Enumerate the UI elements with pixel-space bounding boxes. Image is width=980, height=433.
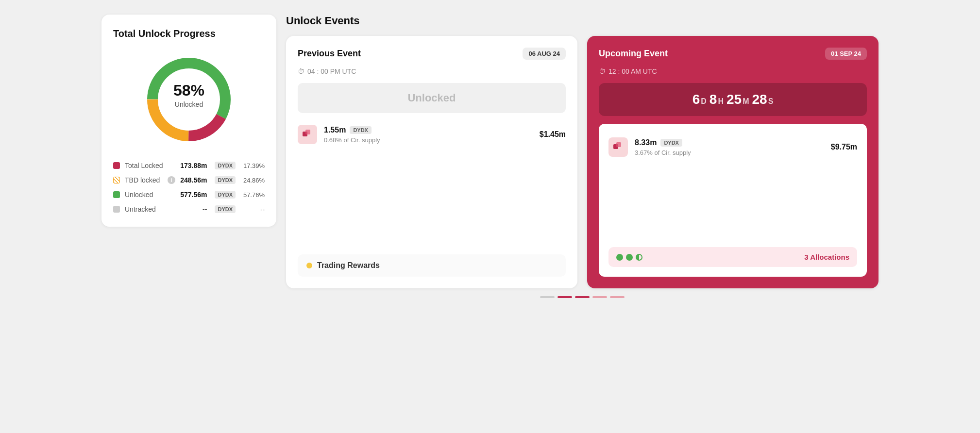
legend-dot-tbd	[113, 177, 120, 183]
total-unlock-title: Total Unlock Progress	[113, 28, 265, 39]
svg-rect-7	[305, 130, 310, 134]
legend-badge-unlocked: DYDX	[215, 191, 236, 199]
countdown-minutes: 25 M	[727, 92, 749, 107]
legend-dot-locked	[113, 162, 120, 169]
scroll-dot-3	[575, 296, 590, 298]
alloc-dot-2	[626, 254, 633, 261]
dydx-logo-prev	[302, 129, 313, 140]
countdown-days: 6 D	[693, 92, 707, 107]
scroll-dot-1	[540, 296, 555, 298]
token-icon-upcoming	[608, 137, 628, 157]
legend-badge-tbd: DYDX	[215, 176, 236, 184]
upcoming-inner-card: 8.33m DYDX 3.67% of Cir. supply $9.75m	[599, 124, 867, 277]
svg-rect-9	[616, 142, 621, 147]
legend-badge-locked: DYDX	[215, 162, 236, 169]
scroll-dot-4	[592, 296, 607, 298]
countdown-hours-num: 8	[710, 92, 717, 107]
previous-event-header: Previous Event 06 AUG 24	[298, 48, 566, 60]
legend-amount-untracked: --	[203, 205, 207, 213]
countdown-min-unit: M	[743, 97, 749, 106]
legend-amount-locked: 173.88m	[180, 162, 207, 169]
trading-rewards-label: Trading Rewards	[317, 261, 380, 270]
previous-token-info: 1.55m DYDX 0.68% of Cir. supply	[324, 126, 533, 144]
unlock-events-title: Unlock Events	[286, 15, 879, 27]
upcoming-event-time-text: 12 : 00 AM UTC	[608, 67, 657, 75]
upcoming-event-header: Upcoming Event 01 SEP 24	[599, 48, 867, 60]
scroll-dot-2	[558, 296, 572, 298]
right-section: Unlock Events Previous Event 06 AUG 24 ⏱…	[286, 15, 879, 298]
previous-event-token-row: 1.55m DYDX 0.68% of Cir. supply $1.45m	[298, 121, 566, 148]
legend-amount-unlocked: 577.56m	[180, 191, 207, 199]
donut-chart-wrapper: 58% Unlocked	[113, 51, 265, 148]
previous-event-date: 06 AUG 24	[523, 48, 566, 60]
legend-pct-untracked: --	[240, 206, 265, 213]
main-container: Total Unlock Progress 58% Unlocked	[101, 15, 879, 298]
legend-dot-untracked	[113, 206, 120, 213]
clock-icon: ⏱	[298, 67, 304, 75]
events-row: Previous Event 06 AUG 24 ⏱ 04 : 00 PM UT…	[286, 36, 879, 288]
legend-row-total-locked: Total Locked 173.88m DYDX 17.39%	[113, 162, 265, 169]
previous-event-time-text: 04 : 00 PM UTC	[307, 67, 356, 75]
alloc-dot-1	[616, 254, 623, 261]
previous-token-usd: $1.45m	[540, 130, 566, 139]
scroll-dots	[286, 296, 879, 298]
previous-event-time: ⏱ 04 : 00 PM UTC	[298, 67, 566, 75]
countdown-hours-unit: H	[718, 97, 724, 106]
countdown-sec-unit: S	[768, 97, 774, 106]
upcoming-event-time: ⏱ 12 : 00 AM UTC	[599, 67, 867, 75]
legend-label-locked: Total Locked	[125, 162, 175, 169]
info-icon[interactable]: i	[168, 176, 175, 184]
allocations-label: 3 Allocations	[804, 253, 849, 261]
donut-chart: 58% Unlocked	[140, 51, 237, 148]
unlocked-button[interactable]: Unlocked	[298, 83, 566, 113]
legend-label-untracked: Untracked	[125, 205, 198, 213]
countdown-days-num: 6	[693, 92, 700, 107]
legend-row-unlocked: Unlocked 577.56m DYDX 57.76%	[113, 191, 265, 199]
legend-badge-untracked: DYDX	[215, 205, 236, 213]
previous-token-badge: DYDX	[350, 126, 372, 134]
upcoming-token-amount: 8.33m	[635, 138, 657, 147]
upcoming-clock-icon: ⏱	[599, 67, 606, 75]
previous-token-supply: 0.68% of Cir. supply	[324, 136, 533, 144]
legend-row-tbd: TBD locked i 248.56m DYDX 24.86%	[113, 176, 265, 184]
svg-text:Unlocked: Unlocked	[175, 100, 203, 108]
allocations-row[interactable]: 3 Allocations	[608, 247, 857, 267]
upcoming-token-supply: 3.67% of Cir. supply	[635, 149, 824, 156]
previous-token-amount: 1.55m	[324, 126, 346, 134]
legend-label-unlocked: Unlocked	[125, 191, 175, 199]
countdown-days-unit: D	[701, 97, 707, 106]
upcoming-token-row: 8.33m DYDX 3.67% of Cir. supply $9.75m	[608, 133, 857, 161]
legend-pct-tbd: 24.86%	[240, 177, 265, 184]
countdown-sec-num: 28	[752, 92, 767, 107]
token-icon-prev	[298, 125, 317, 144]
legend-dot-unlocked	[113, 191, 120, 198]
countdown-hours: 8 H	[710, 92, 724, 107]
upcoming-token-name-row: 8.33m DYDX	[635, 138, 824, 147]
total-unlock-card: Total Unlock Progress 58% Unlocked	[101, 15, 276, 227]
legend-label-tbd: TBD locked	[125, 176, 163, 184]
upcoming-token-info: 8.33m DYDX 3.67% of Cir. supply	[635, 138, 824, 156]
upcoming-token-usd: $9.75m	[831, 143, 857, 151]
dydx-logo-upcoming	[612, 141, 624, 153]
countdown-box: 6 D 8 H 25 M 28 S	[599, 83, 867, 116]
upcoming-event-date: 01 SEP 24	[825, 48, 867, 60]
legend-row-untracked: Untracked -- DYDX --	[113, 205, 265, 213]
alloc-dot-3	[636, 254, 642, 261]
previous-event-card: Previous Event 06 AUG 24 ⏱ 04 : 00 PM UT…	[286, 36, 577, 288]
legend-amount-tbd: 248.56m	[180, 176, 207, 184]
previous-event-title: Previous Event	[298, 49, 361, 59]
upcoming-token-badge: DYDX	[660, 139, 682, 147]
previous-token-name-row: 1.55m DYDX	[324, 126, 533, 134]
scroll-dot-5	[610, 296, 625, 298]
upcoming-event-card: Upcoming Event 01 SEP 24 ⏱ 12 : 00 AM UT…	[587, 36, 879, 288]
yellow-dot	[306, 263, 312, 268]
legend-list: Total Locked 173.88m DYDX 17.39% TBD loc…	[113, 162, 265, 213]
svg-text:58%: 58%	[173, 82, 204, 99]
alloc-dots	[616, 254, 642, 261]
trading-rewards-row[interactable]: Trading Rewards	[298, 254, 566, 277]
upcoming-event-title: Upcoming Event	[599, 49, 668, 59]
countdown-seconds: 28 S	[752, 92, 773, 107]
legend-pct-unlocked: 57.76%	[240, 191, 265, 199]
countdown-min-num: 25	[727, 92, 742, 107]
legend-pct-locked: 17.39%	[240, 162, 265, 169]
